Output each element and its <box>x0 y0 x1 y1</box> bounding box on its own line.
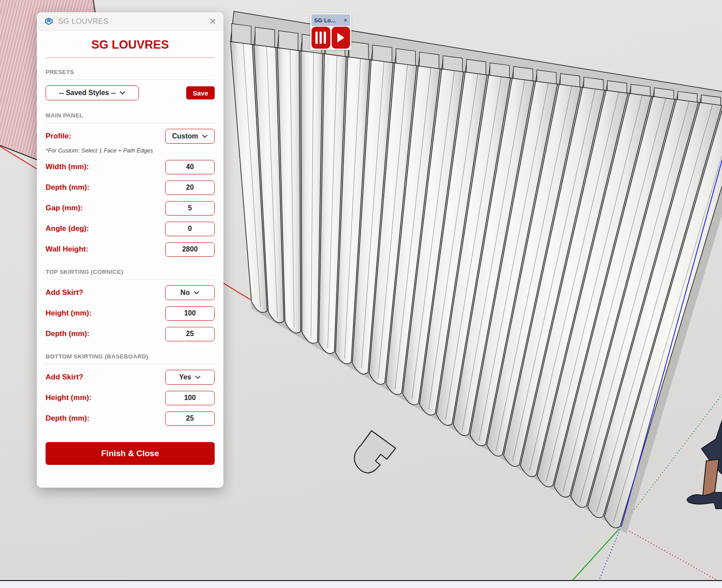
bottom-height-row: Height (mm): <box>46 390 215 405</box>
top-height-label: Height (mm): <box>46 309 92 318</box>
profile-select[interactable]: Custom <box>165 129 215 144</box>
dialog-titlebar[interactable]: SG LOUVRES ✕ <box>37 12 223 31</box>
bottom-skirting-section-label: BOTTOM SKIRTING (BASEBOARD) <box>46 353 215 364</box>
wall-height-row: Wall Height: <box>46 242 215 257</box>
bottom-add-skirt-row: Add Skirt? Yes <box>46 370 215 385</box>
chevron-down-icon <box>120 91 125 95</box>
main-panel-section-label: MAIN PANEL <box>46 112 215 123</box>
toolbar-buttons <box>311 27 350 49</box>
top-add-skirt-row: Add Skirt? No <box>46 285 215 300</box>
angle-row: Angle (deg): <box>46 221 215 236</box>
profile-row: Profile: Custom <box>46 129 215 144</box>
louvre-tool-button[interactable] <box>311 27 330 49</box>
gap-row: Gap (mm): <box>46 201 215 216</box>
angle-input[interactable] <box>165 222 215 236</box>
top-add-skirt-value: No <box>180 289 190 297</box>
toolbar-titlebar[interactable]: SG Lo... ✕ <box>311 14 350 26</box>
top-skirting-section-label: TOP SKIRTING (CORNICE) <box>46 269 215 280</box>
bottom-height-label: Height (mm): <box>46 393 92 402</box>
save-button[interactable]: Save <box>186 86 215 99</box>
saved-styles-select[interactable]: -- Saved Styles -- <box>46 85 139 100</box>
width-row: Width (mm): <box>46 159 215 174</box>
presets-section-label: PRESETS <box>46 69 215 80</box>
bottom-depth-label: Depth (mm): <box>46 414 89 423</box>
profile-value: Custom <box>172 132 198 140</box>
bottom-add-skirt-value: Yes <box>179 373 191 381</box>
gap-input[interactable] <box>165 201 215 216</box>
top-depth-label: Depth (mm): <box>46 329 89 338</box>
dialog-body: SG LOUVRES PRESETS -- Saved Styles -- Sa… <box>37 38 223 465</box>
profile-label: Profile: <box>46 132 71 141</box>
toolbar-close-icon[interactable]: ✕ <box>343 18 347 23</box>
wall-height-input[interactable] <box>165 242 215 257</box>
play-icon <box>337 33 345 43</box>
dialog-close-icon[interactable]: ✕ <box>209 17 216 26</box>
sketchup-logo-icon <box>44 16 54 26</box>
custom-profile-note: *For Custom: Select 1 Face + Path Edges <box>46 147 215 154</box>
bottom-add-skirt-select[interactable]: Yes <box>165 370 215 385</box>
top-add-skirt-label: Add Skirt? <box>46 288 83 297</box>
depth-input[interactable] <box>165 181 215 195</box>
status-bar <box>0 580 722 588</box>
bottom-add-skirt-label: Add Skirt? <box>46 373 83 382</box>
run-tool-button[interactable] <box>332 27 350 49</box>
chevron-down-icon <box>202 135 208 138</box>
gap-label: Gap (mm): <box>46 204 83 213</box>
presets-row: -- Saved Styles -- Save <box>46 85 215 100</box>
depth-row: Depth (mm): <box>46 180 215 195</box>
top-depth-input[interactable] <box>165 327 215 341</box>
bottom-depth-input[interactable] <box>165 411 215 426</box>
top-add-skirt-select[interactable]: No <box>165 285 215 300</box>
dialog-title: SG LOUVRES <box>58 17 205 26</box>
angle-label: Angle (deg): <box>46 224 89 233</box>
chevron-down-icon <box>194 291 199 294</box>
bottom-height-input[interactable] <box>165 391 215 405</box>
top-height-row: Height (mm): <box>46 306 215 321</box>
heading-divider <box>46 57 215 58</box>
finish-close-button[interactable]: Finish & Close <box>46 442 215 465</box>
saved-styles-value: -- Saved Styles -- <box>59 89 116 97</box>
bottom-depth-row: Depth (mm): <box>46 411 215 426</box>
top-depth-row: Depth (mm): <box>46 326 215 341</box>
page-title: SG LOUVRES <box>46 38 215 52</box>
width-label: Width (mm): <box>46 163 89 171</box>
top-height-input[interactable] <box>165 306 215 321</box>
louvre-bars-icon <box>315 32 326 44</box>
chevron-down-icon <box>195 375 201 379</box>
depth-label: Depth (mm): <box>46 183 89 192</box>
sg-louvres-dialog: SG LOUVRES ✕ SG LOUVRES PRESETS -- Saved… <box>37 12 223 488</box>
width-input[interactable] <box>165 160 215 174</box>
sg-louvres-toolbar: SG Lo... ✕ <box>310 13 351 50</box>
wall-height-label: Wall Height: <box>46 245 88 254</box>
toolbar-title: SG Lo... <box>314 17 342 24</box>
